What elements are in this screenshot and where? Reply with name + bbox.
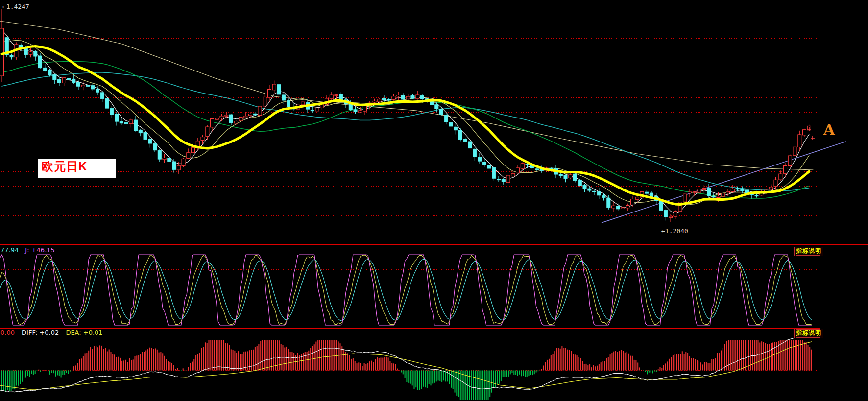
macd-value: 0.00 bbox=[0, 329, 15, 336]
kdj-indicator-help-button[interactable]: 指标说明 bbox=[794, 247, 823, 256]
macd-indicator-help-button[interactable]: 指标说明 bbox=[794, 329, 823, 338]
trading-app-window: ←1.4247 ←1.2040 欧元日K A 77.94 J: +46.15 指… bbox=[0, 0, 868, 401]
macd-dea-value: DEA: +0.01 bbox=[66, 329, 102, 336]
kdj-j-value: J: +46.15 bbox=[25, 246, 54, 254]
macd-readout: 0.00 DIFF: +0.02 DEA: +0.01 bbox=[0, 329, 103, 336]
kdj-d-value: 77.94 bbox=[0, 246, 19, 254]
annotation-a: A bbox=[823, 121, 835, 138]
symbol-label: 欧元日K bbox=[38, 159, 116, 173]
price-low-label: ←1.2040 bbox=[661, 227, 688, 235]
kdj-readout: 77.94 J: +46.15 bbox=[0, 246, 55, 254]
symbol-label-box: 欧元日K bbox=[38, 159, 116, 178]
macd-diff-value: DIFF: +0.02 bbox=[22, 329, 59, 336]
chart-canvas[interactable] bbox=[0, 0, 868, 401]
price-high-label: ←1.4247 bbox=[2, 3, 29, 10]
